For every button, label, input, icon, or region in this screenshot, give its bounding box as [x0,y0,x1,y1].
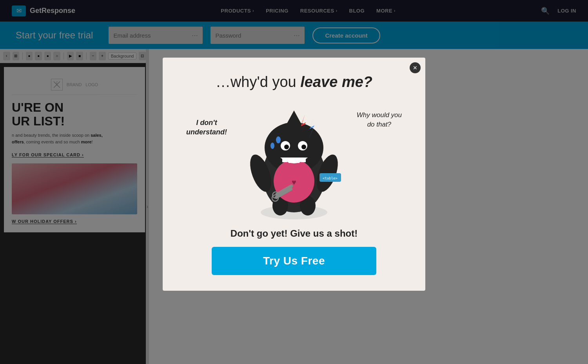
modal-subtext: Don't go yet! Give us a shot! [178,228,410,239]
svg-point-22 [284,145,289,149]
try-us-free-button[interactable]: Try Us Free [212,247,376,275]
speech-right: Why would you do that? [357,110,402,129]
exit-intent-modal: …why'd you leave me? I don't understand! [163,58,425,291]
modal-overlay[interactable]: …why'd you leave me? I don't understand! [0,0,588,364]
modal-headline: …why'd you leave me? [178,73,410,91]
svg-marker-14 [282,110,306,132]
monster-illustration: <table> ♥ [235,97,353,222]
modal-close-button[interactable] [410,62,421,73]
modal-monster-area: I don't understand! [174,95,414,224]
svg-point-34 [276,136,281,143]
svg-rect-24 [282,158,287,162]
speech-left: I don't understand! [186,118,227,137]
svg-rect-26 [295,158,299,163]
svg-rect-27 [301,158,306,162]
svg-point-35 [270,143,274,149]
svg-text:<table>: <table> [323,176,338,180]
svg-rect-25 [289,158,293,163]
svg-point-23 [301,145,306,149]
svg-text:♥: ♥ [292,178,296,187]
monster-svg: <table> ♥ [235,97,353,222]
